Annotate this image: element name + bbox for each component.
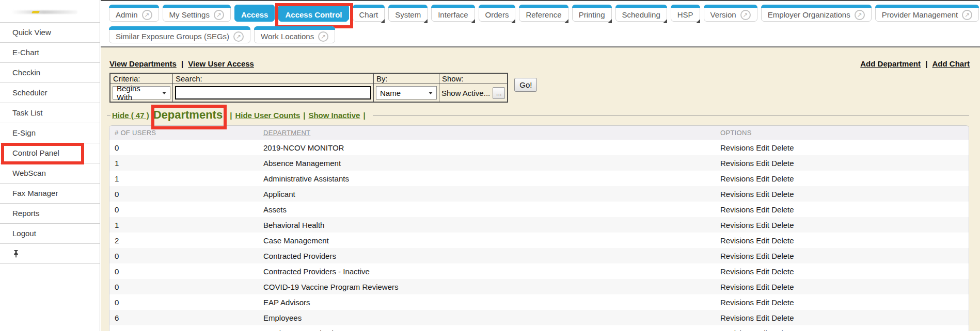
departments-legend: Hide ( 47 ) Departments | Hide User Coun…	[107, 108, 969, 122]
view-user-access-link[interactable]: View User Access	[188, 59, 254, 68]
column-header-users[interactable]: # OF USERS	[115, 129, 263, 137]
view-departments-link[interactable]: View Departments	[109, 59, 177, 68]
link-divider: |	[181, 59, 183, 68]
tab-admin[interactable]: Admin ↗	[109, 5, 159, 22]
external-link-icon[interactable]: ↗	[142, 10, 152, 20]
row-actions[interactable]: Revisions Edit Delete	[720, 221, 969, 229]
tab-similar-exposure-groups[interactable]: Similar Exposure Groups (SEGs) ↗	[109, 26, 250, 43]
tab-system[interactable]: System	[388, 5, 428, 22]
table-row: 0 Contracted Providers - Inactive Revisi…	[109, 263, 969, 279]
sidebar-pin-toggle[interactable]	[0, 244, 100, 264]
row-actions[interactable]: Revisions Edit Delete	[720, 174, 969, 183]
sidebar-item-task-list[interactable]: Task List	[0, 103, 100, 123]
sidebar-item-scheduler[interactable]: Scheduler	[0, 83, 100, 103]
table-header-row: # OF USERS DEPARTMENT OPTIONS	[109, 126, 969, 140]
menu-corner-icon	[471, 19, 475, 23]
tab-employer-organizations[interactable]: Employer Organizations ↗	[761, 5, 872, 22]
tab-orders[interactable]: Orders	[479, 5, 516, 22]
tab-chart[interactable]: Chart	[353, 5, 385, 22]
cell-users: 1	[115, 159, 263, 168]
row-actions[interactable]: Revisions Edit Delete	[720, 159, 969, 168]
pushpin-icon	[12, 250, 20, 258]
menu-corner-icon	[345, 19, 349, 23]
sidebar-item-e-chart[interactable]: E-Chart	[0, 43, 100, 63]
criteria-label: Criteria:	[110, 73, 173, 84]
row-actions[interactable]: Revisions Edit Delete	[720, 283, 969, 291]
legend-divider: |	[230, 111, 232, 120]
show-active-value: Show Active...	[441, 89, 490, 97]
cell-department: COVID-19 Vaccine Program Reviewers	[263, 283, 720, 291]
sidebar-item-reports[interactable]: Reports	[0, 204, 100, 224]
add-department-link[interactable]: Add Department	[860, 59, 921, 68]
tab-access-control[interactable]: Access Control	[278, 5, 349, 22]
sidebar-item-e-sign[interactable]: E-Sign	[0, 123, 100, 143]
logo-accent	[31, 11, 40, 13]
tab-label: HSP	[677, 10, 693, 19]
departments-title-text: Departments	[153, 108, 223, 121]
external-link-icon[interactable]: ↗	[233, 31, 244, 42]
search-input[interactable]	[175, 86, 371, 100]
tab-reference[interactable]: Reference	[519, 5, 568, 22]
tab-my-settings[interactable]: My Settings ↗	[163, 5, 231, 22]
sidebar-item-logout[interactable]: Logout	[0, 224, 100, 244]
show-label: Show:	[439, 73, 508, 84]
sidebar-item-webscan[interactable]: WebScan	[0, 163, 100, 184]
column-header-department[interactable]: DEPARTMENT	[263, 129, 720, 137]
external-link-icon[interactable]: ↗	[214, 10, 224, 20]
menu-corner-icon	[564, 19, 568, 23]
search-form: Criteria: Search: By: Show: Begins With	[109, 73, 980, 103]
chevron-down-icon	[162, 92, 166, 94]
cell-users: 1	[115, 174, 263, 183]
sidebar: Quick View E-Chart Checkin Scheduler Tas…	[0, 0, 100, 331]
criteria-select[interactable]: Begins With	[113, 86, 170, 100]
tab-work-locations[interactable]: Work Locations ↗	[254, 26, 335, 43]
row-actions[interactable]: Revisions Edit Delete	[720, 252, 969, 260]
hide-count-link[interactable]: Hide ( 47 )	[112, 111, 149, 120]
hide-user-counts-link[interactable]: Hide User Counts	[235, 111, 300, 120]
cell-department: Applicant	[263, 190, 720, 198]
row-actions[interactable]: Revisions Edit Delete	[720, 329, 969, 331]
add-chart-link[interactable]: Add Chart	[932, 59, 970, 68]
external-link-icon[interactable]: ↗	[740, 10, 751, 20]
row-actions[interactable]: Revisions Edit Delete	[720, 143, 969, 152]
go-button[interactable]: Go!	[514, 78, 537, 92]
row-actions[interactable]: Revisions Edit Delete	[720, 205, 969, 214]
tab-provider-management[interactable]: Provider Management ↗	[875, 5, 979, 22]
row-actions[interactable]: Revisions Edit Delete	[720, 236, 969, 245]
external-link-icon[interactable]: ↗	[962, 10, 972, 20]
sidebar-item-control-panel[interactable]: Control Panel	[0, 143, 100, 163]
tab-label: Work Locations	[261, 32, 314, 41]
tab-access[interactable]: Access	[234, 5, 275, 22]
row-actions[interactable]: Revisions Edit Delete	[720, 298, 969, 307]
sidebar-item-quick-view[interactable]: Quick View	[0, 23, 100, 43]
cell-users: 0	[115, 252, 263, 260]
by-select[interactable]: Name	[376, 86, 437, 100]
table-body: 0 2019-NCOV MONITOR Revisions Edit Delet…	[109, 140, 969, 331]
tab-hsp[interactable]: HSP	[671, 5, 700, 22]
tab-printing[interactable]: Printing	[572, 5, 612, 22]
cell-department: 2019-NCOV MONITOR	[263, 143, 720, 152]
tab-label: Printing	[579, 10, 605, 19]
show-options-button[interactable]: ...	[493, 87, 505, 99]
menu-corner-icon	[608, 19, 612, 23]
show-inactive-link[interactable]: Show Inactive	[308, 111, 360, 120]
tab-interface[interactable]: Interface	[431, 5, 475, 22]
content-panel: View Departments | View User Access Add …	[101, 46, 980, 331]
external-link-icon[interactable]: ↗	[855, 10, 865, 20]
external-link-icon[interactable]: ↗	[318, 31, 328, 42]
menu-corner-icon	[511, 19, 515, 23]
logo-image	[11, 10, 77, 14]
tab-scheduling[interactable]: Scheduling	[615, 5, 667, 22]
row-actions[interactable]: Revisions Edit Delete	[720, 313, 969, 322]
cell-users: 0	[115, 298, 263, 307]
sidebar-item-checkin[interactable]: Checkin	[0, 63, 100, 83]
main-area: Admin ↗ My Settings ↗ Access Access Cont…	[101, 0, 980, 331]
menu-corner-icon	[696, 19, 700, 23]
sidebar-item-fax-manager[interactable]: Fax Manager	[0, 184, 100, 204]
row-actions[interactable]: Revisions Edit Delete	[720, 190, 969, 198]
departments-table: # OF USERS DEPARTMENT OPTIONS 0 2019-NCO…	[109, 125, 969, 331]
tab-version[interactable]: Version ↗	[704, 5, 757, 22]
tab-label: Reference	[526, 10, 561, 19]
cell-users: 1	[115, 221, 263, 229]
row-actions[interactable]: Revisions Edit Delete	[720, 267, 969, 276]
